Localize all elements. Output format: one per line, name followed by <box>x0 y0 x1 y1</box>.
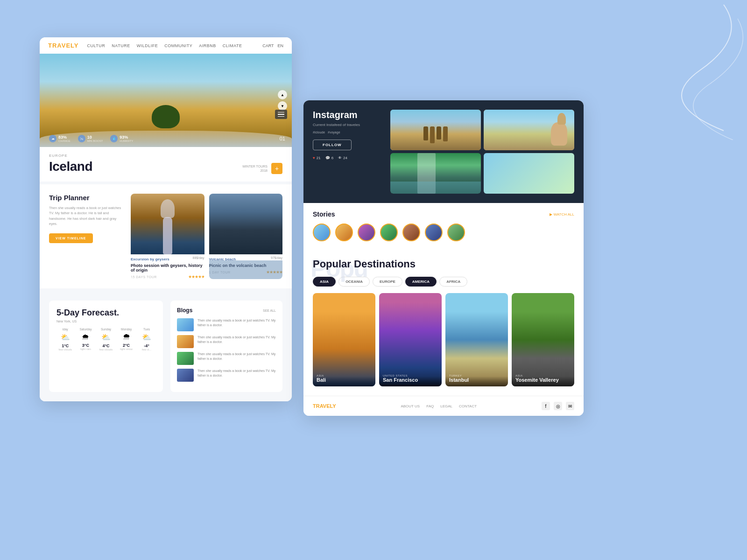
weather-day-3: Sunday ⛅ 4°C few clouds <box>97 328 115 351</box>
wd-desc-3: few clouds <box>97 348 115 351</box>
hero-scroll-up[interactable]: ▲ <box>278 90 287 99</box>
insta-stat-likes: ♥ 21 <box>313 156 321 160</box>
nav-lang[interactable]: EN <box>277 43 283 48</box>
wind-label: MIN BOOST <box>87 140 103 142</box>
nav-wildlife[interactable]: WILDLIFE <box>137 43 158 48</box>
destination-san-francisco[interactable]: UNITED STATES San Francisco <box>379 293 442 386</box>
menu-line-3 <box>278 116 284 117</box>
weather-days-list: iday ⛅ 1°C few clouds Saturday 🌧 3°C lig… <box>56 328 155 351</box>
tour-image-geyser <box>131 194 204 254</box>
tab-africa[interactable]: AFRICA <box>439 277 467 287</box>
winter-tours-label: WINTER TOURS2018 <box>242 164 268 173</box>
wd-temp-3: 4°C <box>97 343 115 348</box>
footer-faq[interactable]: FAQ <box>426 404 434 408</box>
wd-temp-2: 3°C <box>77 343 95 348</box>
humidity-value: 93% <box>120 135 133 140</box>
story-avatar-5[interactable] <box>402 224 420 241</box>
left-panel: TRAVELY CULTUR NATURE WILDLIFE COMMUNITY… <box>40 37 292 401</box>
instagram-section: Instagram Current Instafeed of traveles … <box>303 100 584 203</box>
insta-tag-2: #voyage <box>328 131 340 134</box>
instagram-info: Instagram Current Instafeed of traveles … <box>313 110 383 160</box>
destination-istanbul[interactable]: TURKEY Istanbul <box>445 293 508 386</box>
footer-social: f ◎ ✉ <box>542 402 574 410</box>
destination-bali[interactable]: ASIA Bali <box>313 293 375 386</box>
blog-thumb-1 <box>177 318 194 331</box>
trip-planner-desc: Then she usually reads a book or just wa… <box>49 205 121 226</box>
nav-community[interactable]: COMMUNITY <box>164 43 192 48</box>
change-label: CHANGE <box>58 140 70 142</box>
wd-name-4: Monday <box>118 328 135 331</box>
hero-scroll-buttons: ▲ ▼ <box>278 90 287 111</box>
story-avatar-4[interactable] <box>380 224 398 241</box>
story-avatar-1[interactable] <box>313 224 331 241</box>
tour-label-1: Excursion by geysers <box>131 257 169 261</box>
hero-stat-change: ☁ 83% CHANGE <box>49 135 70 142</box>
view-timeline-button[interactable]: VIEW TIMELINE <box>49 233 93 243</box>
wd-icon-5: ⛅ <box>138 333 155 342</box>
yosemite-city: Yosemite Vallerey <box>515 377 571 383</box>
tour-name-1: Photo session with geysers, history of o… <box>131 263 204 273</box>
hero-menu-button[interactable] <box>275 110 287 119</box>
tour-days-1: 15 DAYS TOUR <box>131 275 157 279</box>
wd-desc-1: few clouds <box>56 348 74 351</box>
wd-name-1: iday <box>56 328 74 331</box>
blog-item-3: Then she usually reads a book or just wa… <box>177 352 276 365</box>
twitter-icon[interactable]: ✉ <box>566 402 574 410</box>
tab-america[interactable]: AMERICA <box>405 277 437 287</box>
blogs-see-all[interactable]: SEE ALL <box>263 309 276 312</box>
blog-thumb-4 <box>177 369 194 382</box>
hero-image: ▲ ▼ ☁ 83% CHANGE 🌬 10 MIN BOOST <box>40 54 292 147</box>
instagram-follow-button[interactable]: FOLLOW <box>313 140 352 150</box>
nav-climate[interactable]: CLIMATE <box>223 43 242 48</box>
right-panel: Instagram Current Instafeed of traveles … <box>303 100 584 416</box>
destinations-grid: ASIA Bali UNITED STATES San Francisco TU… <box>313 293 574 386</box>
story-avatar-6[interactable] <box>425 224 443 241</box>
nav-nature[interactable]: NATURE <box>112 43 130 48</box>
popular-header: Popu Popular Destinations <box>313 258 574 270</box>
wd-icon-4: 🌨 <box>118 333 135 341</box>
blog-thumb-3 <box>177 352 194 365</box>
destination-yosemite[interactable]: ASIA Yosemite Vallerey <box>512 293 574 386</box>
stories-avatars <box>313 224 574 241</box>
watch-all-button[interactable]: ▶ WATCH ALL <box>550 212 574 217</box>
footer-legal[interactable]: LEGAL <box>440 404 452 408</box>
nav-cultur[interactable]: CULTUR <box>87 43 106 48</box>
hero-stat-wind: 🌬 10 MIN BOOST <box>78 135 103 142</box>
wd-temp-1: 1°C <box>56 343 74 348</box>
insta-photo-1 <box>390 110 481 150</box>
insta-photo-3 <box>390 153 481 194</box>
tab-oceania[interactable]: OCEANIA <box>338 277 370 287</box>
blogs-header: Blogs SEE ALL <box>177 307 276 314</box>
nav-airbnb[interactable]: AIRBNB <box>199 43 216 48</box>
nav-links: CULTUR NATURE WILDLIFE COMMUNITY AIRBNB … <box>87 43 254 48</box>
views-count: 24 <box>343 156 347 160</box>
bali-overlay: ASIA Bali <box>313 370 375 386</box>
yosemite-overlay: ASIA Yosemite Vallerey <box>512 370 574 386</box>
popular-title: Popular Destinations <box>313 258 416 270</box>
add-tour-button[interactable]: + <box>271 163 282 174</box>
hero-scroll-down[interactable]: ▼ <box>278 101 287 111</box>
tab-europe[interactable]: EUROPE <box>373 277 402 287</box>
play-icon: ▶ <box>550 212 552 217</box>
story-avatar-7[interactable] <box>447 224 465 241</box>
instagram-title: Instagram <box>313 110 383 120</box>
change-value: 83% <box>58 135 70 140</box>
nav-cart[interactable]: CART <box>262 43 274 48</box>
insta-tag-1: #icloude <box>313 131 325 134</box>
views-icon: 👁 <box>338 156 342 160</box>
weather-day-4: Monday 🌨 2°C light snow <box>118 328 135 351</box>
sf-city: San Francisco <box>383 377 438 383</box>
hero-stat-humidity: 💧 93% HUMIDITY <box>110 135 133 142</box>
destination-right: WINTER TOURS2018 + <box>242 163 282 174</box>
wd-temp-4: 2°C <box>118 343 135 348</box>
footer-contact[interactable]: CONTACT <box>459 404 477 408</box>
story-avatar-2[interactable] <box>335 224 353 241</box>
watch-all-label: WATCH ALL <box>554 212 574 217</box>
story-avatar-3[interactable] <box>358 224 375 241</box>
tab-asia[interactable]: ASIA <box>313 277 336 287</box>
blog-text-4: Then she usually reads a book or just wa… <box>197 369 276 378</box>
instagram-icon[interactable]: ◎ <box>554 402 562 410</box>
footer-about[interactable]: ABOUT US <box>401 404 420 408</box>
insta-stat-comments: 💬 6 <box>325 156 333 160</box>
facebook-icon[interactable]: f <box>542 402 550 410</box>
